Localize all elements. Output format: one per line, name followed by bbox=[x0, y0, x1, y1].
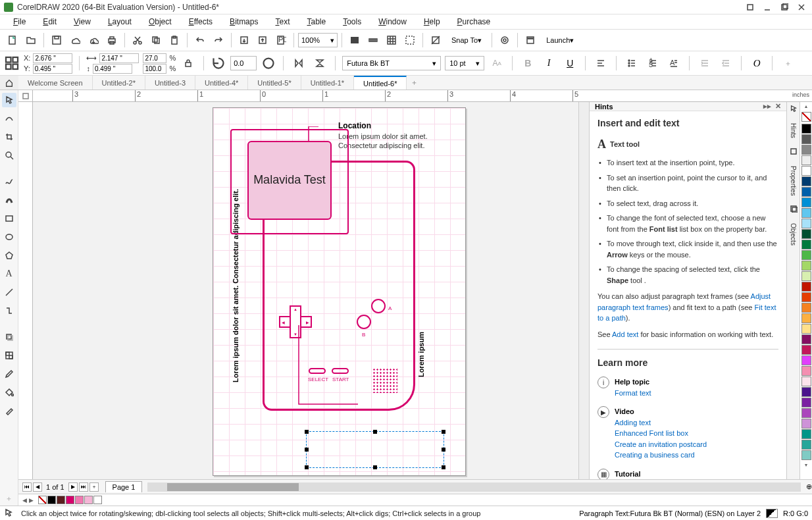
menu-effects[interactable]: Effects bbox=[181, 16, 220, 28]
color-swatch[interactable] bbox=[801, 366, 811, 376]
mirror-v-button[interactable] bbox=[311, 55, 328, 72]
color-swatch[interactable] bbox=[801, 271, 811, 281]
color-swatch[interactable] bbox=[801, 240, 811, 249]
doc-color-swatch[interactable] bbox=[47, 496, 56, 504]
doc-color-swatch[interactable] bbox=[75, 496, 84, 504]
color-swatch[interactable] bbox=[801, 155, 811, 165]
color-swatch[interactable] bbox=[801, 408, 811, 418]
font-size-combo[interactable]: 10 pt▾ bbox=[445, 56, 484, 70]
print-button[interactable] bbox=[103, 32, 120, 49]
color-swatch[interactable] bbox=[801, 334, 811, 344]
ellipse-tool[interactable] bbox=[2, 230, 16, 244]
color-swatch[interactable] bbox=[801, 345, 811, 355]
color-swatch[interactable] bbox=[801, 229, 811, 239]
zoom-tool[interactable] bbox=[2, 148, 16, 163]
video-link[interactable]: Create an invitation postcard bbox=[615, 439, 707, 450]
color-swatch[interactable] bbox=[801, 313, 811, 323]
doc-tab[interactable]: Untitled-5* bbox=[248, 76, 301, 90]
freehand-tool[interactable] bbox=[2, 174, 16, 189]
color-swatch[interactable] bbox=[801, 387, 811, 397]
menu-object[interactable]: Object bbox=[141, 16, 180, 28]
doc-tab[interactable]: Untitled-1* bbox=[301, 76, 354, 90]
no-color-swatch[interactable] bbox=[801, 112, 811, 122]
new-button[interactable] bbox=[4, 32, 21, 49]
fill-stroke-indicator[interactable] bbox=[766, 509, 778, 518]
rail-pick-icon[interactable] bbox=[790, 105, 798, 114]
minimize-button[interactable] bbox=[761, 3, 774, 12]
lock-ratio-button[interactable] bbox=[180, 55, 197, 72]
add-tab-button[interactable]: ＋ bbox=[407, 76, 421, 90]
text-tool[interactable]: A bbox=[2, 267, 16, 281]
connector-tool[interactable] bbox=[2, 303, 16, 318]
width-input[interactable] bbox=[99, 53, 139, 63]
caps-button[interactable]: AA bbox=[488, 55, 505, 72]
numbering-button[interactable]: 123 bbox=[644, 55, 661, 72]
selection-handles[interactable] bbox=[306, 431, 444, 468]
scale-x-input[interactable] bbox=[143, 53, 166, 63]
menu-bitmaps[interactable]: Bitmaps bbox=[222, 16, 266, 28]
y-input[interactable] bbox=[33, 64, 72, 74]
opentype-button[interactable]: O bbox=[748, 55, 765, 72]
menu-view[interactable]: View bbox=[66, 16, 99, 28]
color-swatch[interactable] bbox=[801, 197, 811, 207]
toolbox-add[interactable]: ＋ bbox=[2, 491, 16, 506]
rotation-input[interactable] bbox=[230, 56, 257, 70]
panel-menu-icon[interactable]: ▸▸ bbox=[763, 102, 771, 111]
indent-inc-button[interactable] bbox=[696, 55, 713, 72]
ruler-horizontal[interactable]: 3 2 1 0 1 2 3 4 5 inches bbox=[33, 90, 812, 102]
notif-icon[interactable] bbox=[744, 3, 757, 12]
color-swatch[interactable] bbox=[801, 282, 811, 292]
menu-edit[interactable]: Edit bbox=[35, 16, 64, 28]
drop-shadow-tool[interactable] bbox=[2, 330, 16, 344]
fullscreen-button[interactable] bbox=[346, 32, 363, 49]
launch-menu[interactable]: Launch ▾ bbox=[540, 33, 580, 47]
save-button[interactable] bbox=[48, 32, 65, 49]
add-page-button[interactable]: ＋ bbox=[89, 482, 99, 492]
add-text-link[interactable]: Add text bbox=[612, 330, 638, 338]
color-swatch[interactable] bbox=[801, 145, 811, 155]
last-page-button[interactable]: ⏭ bbox=[79, 482, 88, 492]
options-button[interactable] bbox=[496, 32, 513, 49]
first-page-button[interactable]: ⏮ bbox=[22, 482, 32, 492]
align-button[interactable] bbox=[592, 55, 609, 72]
rail-tab-properties[interactable]: Properties bbox=[790, 163, 797, 199]
cloud-save-button[interactable] bbox=[66, 32, 84, 49]
copy-button[interactable] bbox=[147, 32, 165, 49]
grid-button[interactable] bbox=[383, 32, 400, 49]
redo-button[interactable] bbox=[210, 32, 227, 49]
next-page-button[interactable]: ▶ bbox=[68, 482, 78, 492]
polygon-tool[interactable] bbox=[2, 248, 16, 263]
snap-to-menu[interactable]: Snap To ▾ bbox=[445, 33, 488, 47]
video-link[interactable]: Creating a business card bbox=[615, 450, 707, 461]
menu-tools[interactable]: Tools bbox=[335, 16, 369, 28]
open-button[interactable] bbox=[22, 32, 39, 49]
ruler-corner[interactable] bbox=[18, 90, 33, 102]
color-swatch[interactable] bbox=[801, 124, 811, 134]
page-tab[interactable]: Page 1 bbox=[105, 481, 143, 492]
parallel-dim-tool[interactable] bbox=[2, 285, 16, 299]
format-text-link[interactable]: Format text bbox=[615, 388, 651, 399]
color-swatch[interactable] bbox=[801, 134, 811, 144]
bullets-button[interactable] bbox=[623, 55, 640, 72]
canvas[interactable]: Location Lorem ipsum dolor sit amet. Con… bbox=[33, 102, 578, 479]
menu-text[interactable]: Text bbox=[267, 16, 297, 28]
doc-color-swatch[interactable] bbox=[84, 496, 93, 504]
home-tab[interactable] bbox=[0, 76, 18, 90]
doc-tab[interactable]: Untitled-3 bbox=[145, 76, 195, 90]
guides-button[interactable] bbox=[401, 32, 419, 49]
zoom-combo[interactable]: 100%▾ bbox=[298, 33, 338, 47]
crop-tool[interactable] bbox=[2, 130, 16, 144]
eyedropper-tool[interactable] bbox=[2, 367, 16, 381]
menu-file[interactable]: File bbox=[5, 16, 34, 28]
video-link[interactable]: Adding text bbox=[615, 417, 707, 429]
color-swatch[interactable] bbox=[801, 187, 811, 197]
color-swatch[interactable] bbox=[801, 429, 811, 439]
color-swatch[interactable] bbox=[801, 440, 811, 450]
color-swatch[interactable] bbox=[801, 324, 811, 334]
cloud-open-button[interactable] bbox=[85, 32, 102, 49]
font-combo[interactable]: Futura Bk BT▾ bbox=[342, 56, 441, 70]
color-swatch[interactable] bbox=[801, 303, 811, 313]
color-swatch[interactable] bbox=[801, 419, 811, 429]
menu-purchase[interactable]: Purchase bbox=[449, 16, 499, 28]
doc-color-swatch[interactable] bbox=[57, 496, 65, 504]
